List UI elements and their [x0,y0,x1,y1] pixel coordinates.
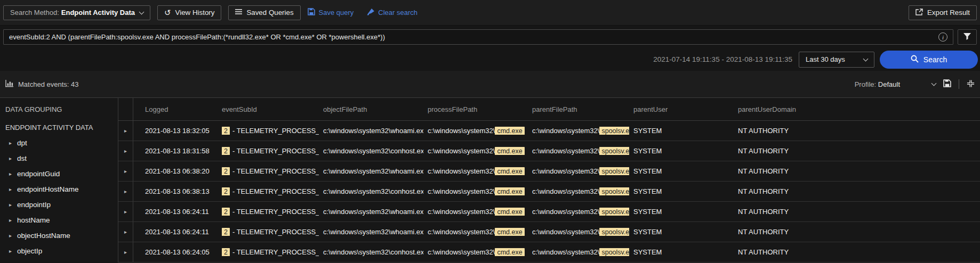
highlight-chip: spoolsv.exe [599,248,629,256]
time-controls-row: 2021-07-14 19:11:35 - 2021-08-13 19:11:3… [0,48,980,71]
highlight-chip: 2 [222,228,230,236]
table-row[interactable]: ▸ 2021-08-13 06:38:13 2- TELEMETRY_PROCE… [118,182,980,202]
column-header-processfilepath[interactable]: processFilePath [423,105,528,113]
info-icon[interactable]: i [938,32,947,42]
sidebar-field-item[interactable]: ▸ objectUser [0,259,118,262]
cell-logged: 2021-08-13 18:32:05 [133,127,218,135]
sidebar-field-item[interactable]: ▸ endpointHostName [0,182,118,197]
results-table: Logged eventSubId objectFilePath process… [118,98,980,262]
search-button[interactable]: Search [880,51,978,69]
expander-icon: ▸ [9,233,12,239]
column-header-parentuserdomain[interactable]: parentUserDomain [734,105,980,113]
sidebar: DATA GROUPING ENDPOINT ACTIVITY DATA ▸ d… [0,98,118,262]
cell-objectfilepath: c:\windows\system32\whoami.exe [319,208,423,216]
view-history-button[interactable]: ↺ View History [157,5,221,20]
highlight-chip: 2 [222,208,230,216]
cell-parentfilepath: c:\windows\system32\spoolsv.exe [528,167,629,175]
cell-processfilepath: c:\windows\system32\cmd.exe [423,147,528,155]
row-expander-icon[interactable]: ▸ [124,169,127,174]
cell-parentuserdomain: NT AUTHORITY [734,127,980,135]
sidebar-field-item[interactable]: ▸ objectHostName [0,228,118,243]
cell-parentuser: SYSTEM [629,208,734,216]
filter-button[interactable] [958,29,977,45]
profile-select[interactable]: Profile: Default [855,80,936,88]
highlight-chip: cmd.exe [495,127,524,135]
table-row[interactable]: ▸ 2021-08-13 06:24:05 2- TELEMETRY_PROCE… [118,242,980,262]
cell-logged: 2021-08-13 06:24:05 [133,248,218,256]
column-header-logged[interactable]: Logged [133,105,218,113]
cell-eventsubid: 2- TELEMETRY_PROCESS_CREATE [218,167,319,175]
export-result-button[interactable]: Export Result [909,5,977,20]
highlight-chip: spoolsv.exe [599,228,629,236]
expander-icon: ▸ [9,187,12,192]
chevron-down-icon [139,9,144,14]
sidebar-field-item[interactable]: ▸ objectIp [0,243,118,259]
cell-parentfilepath: c:\windows\system32\spoolsv.exe [528,248,629,256]
row-expander-icon[interactable]: ▸ [124,149,127,154]
column-header-objectfilepath[interactable]: objectFilePath [319,105,423,113]
toolbar: Search Method:Endpoint Activity Data ↺ V… [0,0,980,26]
sidebar-field-item[interactable]: ▸ hostName [0,212,118,228]
brush-icon [367,9,374,17]
cell-objectfilepath: c:\windows\system32\conhost.exe [319,147,423,155]
matched-events: Matched events: 43 [5,80,78,89]
column-header-parentfilepath[interactable]: parentFilePath [528,105,629,113]
expander-icon: ▸ [9,249,12,254]
cell-parentuser: SYSTEM [629,147,734,155]
search-button-label: Search [923,55,947,64]
filter-icon [963,33,971,42]
date-range-text: 2021-07-14 19:11:35 - 2021-08-13 19:11:3… [653,55,792,63]
highlight-chip: cmd.exe [495,248,524,256]
sidebar-field-item[interactable]: ▸ endpointIp [0,197,118,212]
sidebar-field-label: objectHostName [17,232,70,240]
sidebar-field-label: objectIp [17,247,42,255]
table-row[interactable]: ▸ 2021-08-13 06:24:11 2- TELEMETRY_PROCE… [118,222,980,242]
collapse-button[interactable] [967,80,975,89]
search-icon [911,55,919,64]
row-expander-icon[interactable]: ▸ [124,209,127,215]
row-expander-icon[interactable]: ▸ [124,250,127,255]
cell-logged: 2021-08-13 06:24:11 [133,208,218,216]
row-expander-icon[interactable]: ▸ [124,229,127,235]
clear-search-label: Clear search [378,9,417,17]
cell-parentfilepath: c:\windows\system32\spoolsv.exe [528,228,629,236]
highlight-chip: cmd.exe [495,167,524,175]
chevron-down-icon [931,81,937,86]
cell-parentfilepath: c:\windows\system32\spoolsv.exe [528,208,629,216]
clear-search-button[interactable]: Clear search [367,9,417,17]
search-method-value: Endpoint Activity Data [61,9,135,17]
table-row[interactable]: ▸ 2021-08-13 18:32:05 2- TELEMETRY_PROCE… [118,121,980,141]
highlight-chip: cmd.exe [495,187,524,195]
cell-processfilepath: c:\windows\system32\cmd.exe [423,208,528,216]
saved-queries-button[interactable]: Saved Queries [228,5,300,20]
table-row[interactable]: ▸ 2021-08-13 06:24:11 2- TELEMETRY_PROCE… [118,202,980,222]
row-expander-icon[interactable]: ▸ [124,128,127,134]
sidebar-field-label: endpointIp [17,201,51,209]
cell-parentuser: SYSTEM [629,228,734,236]
column-header-eventsubid[interactable]: eventSubId [218,105,319,113]
table-row[interactable]: ▸ 2021-08-13 06:38:20 2- TELEMETRY_PROCE… [118,161,980,182]
cell-parentuserdomain: NT AUTHORITY [734,147,980,155]
sidebar-field-label: dpt [17,139,27,147]
cell-objectfilepath: c:\windows\system32\conhost.exe [319,187,423,195]
cell-logged: 2021-08-13 06:24:11 [133,228,218,236]
table-row[interactable]: ▸ 2021-08-13 18:31:58 2- TELEMETRY_PROCE… [118,141,980,161]
row-expander-icon[interactable]: ▸ [124,189,127,194]
sidebar-field-item[interactable]: ▸ dst [0,151,118,166]
main-content: DATA GROUPING ENDPOINT ACTIVITY DATA ▸ d… [0,97,980,262]
row-gutter: ▸ [118,141,133,161]
row-gutter: ▸ [118,242,133,262]
query-input[interactable]: eventSubId:2 AND (parentFilePath:spoolsv… [3,29,953,45]
sidebar-field-item[interactable]: ▸ endpointGuid [0,166,118,182]
save-profile-button[interactable] [943,79,951,89]
cell-logged: 2021-08-13 06:38:13 [133,187,218,195]
save-query-button[interactable]: Save query [308,8,354,17]
highlight-chip: spoolsv.exe [599,187,629,195]
sidebar-field-item[interactable]: ▸ dpt [0,135,118,151]
search-method-select[interactable]: Search Method:Endpoint Activity Data [3,5,150,20]
time-range-select[interactable]: Last 30 days [799,52,874,68]
export-icon [915,9,923,17]
cell-eventsubid: 2- TELEMETRY_PROCESS_CREATE [218,127,319,135]
column-header-parentuser[interactable]: parentUser [629,105,734,113]
expander-icon: ▸ [9,156,12,161]
